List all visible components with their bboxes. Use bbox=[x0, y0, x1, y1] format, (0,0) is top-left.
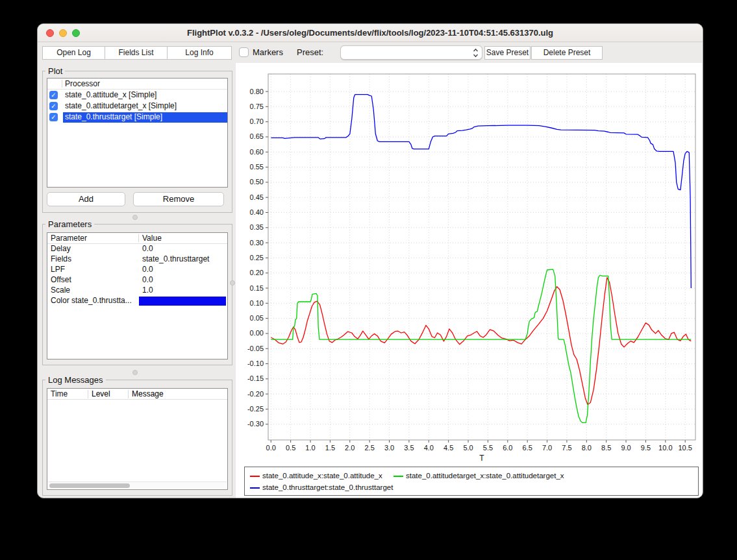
add-button[interactable]: Add bbox=[47, 192, 125, 206]
flightplot-window: FlightPlot v.0.3.2 - /Users/oleg/Documen… bbox=[37, 23, 703, 498]
svg-text:1.0: 1.0 bbox=[305, 444, 315, 452]
svg-text:0.15: 0.15 bbox=[250, 284, 264, 292]
svg-text:4.5: 4.5 bbox=[443, 444, 453, 452]
log-info-button[interactable]: Log Info bbox=[167, 46, 232, 60]
table-row[interactable]: Offset 0.0 bbox=[47, 275, 227, 286]
svg-text:6.5: 6.5 bbox=[523, 444, 532, 452]
maximize-window-button[interactable] bbox=[72, 29, 80, 37]
svg-text:0.20: 0.20 bbox=[250, 269, 264, 276]
combobox-stepper-icon bbox=[473, 48, 479, 60]
log-messages-table[interactable]: Time Level Message bbox=[47, 388, 228, 490]
svg-text:1.5: 1.5 bbox=[325, 444, 335, 452]
markers-checkbox[interactable] bbox=[239, 47, 249, 57]
legend-entry: state_0.thrusttarget:state_0.thrusttarge… bbox=[262, 483, 393, 491]
preset-combobox[interactable] bbox=[340, 45, 482, 60]
horizontal-scrollbar[interactable] bbox=[48, 481, 227, 489]
preset-label: Preset: bbox=[297, 47, 323, 57]
svg-text:0.10: 0.10 bbox=[250, 299, 264, 307]
svg-text:0.30: 0.30 bbox=[250, 239, 264, 247]
table-row[interactable]: Scale 1.0 bbox=[47, 286, 227, 296]
processor-list-header: Processor bbox=[47, 79, 227, 90]
svg-text:2.5: 2.5 bbox=[364, 444, 374, 452]
svg-text:0.35: 0.35 bbox=[250, 223, 264, 231]
param-name: Delay bbox=[51, 244, 71, 253]
color-swatch[interactable] bbox=[139, 297, 226, 306]
svg-text:T: T bbox=[479, 454, 484, 463]
svg-text:0.50: 0.50 bbox=[250, 178, 264, 186]
param-name: Fields bbox=[51, 254, 71, 263]
svg-text:0.60: 0.60 bbox=[250, 148, 264, 156]
delete-preset-button[interactable]: Delete Preset bbox=[531, 46, 603, 60]
list-item[interactable]: ✓ state_0.attitude_x [Simple] bbox=[47, 90, 227, 101]
param-name: Scale bbox=[51, 286, 70, 295]
window-title: FlightPlot v.0.3.2 - /Users/oleg/Documen… bbox=[90, 24, 651, 42]
svg-text:8.0: 8.0 bbox=[582, 444, 592, 452]
svg-text:10.0: 10.0 bbox=[658, 444, 672, 452]
level-column-header: Level bbox=[92, 389, 110, 398]
parameters-group: Parameters Parameter Value Delay 0.0 Fie… bbox=[42, 224, 232, 365]
svg-text:0.40: 0.40 bbox=[250, 208, 264, 216]
svg-text:5.0: 5.0 bbox=[463, 444, 473, 452]
table-row[interactable]: Delay 0.0 bbox=[47, 244, 227, 254]
open-log-button[interactable]: Open Log bbox=[42, 46, 105, 60]
svg-text:0.70: 0.70 bbox=[250, 117, 264, 125]
svg-text:0.25: 0.25 bbox=[250, 254, 264, 262]
svg-text:0.65: 0.65 bbox=[250, 132, 264, 140]
checked-checkbox-icon[interactable]: ✓ bbox=[49, 102, 58, 110]
log-table-header: Time Level Message bbox=[47, 389, 227, 400]
fields-list-button[interactable]: Fields List bbox=[105, 46, 168, 60]
message-column-header: Message bbox=[132, 389, 164, 398]
svg-text:-0.10: -0.10 bbox=[247, 359, 264, 367]
processor-list[interactable]: Processor ✓ state_0.attitude_x [Simple] … bbox=[47, 78, 228, 188]
svg-text:0.55: 0.55 bbox=[250, 163, 264, 171]
chart-legend: state_0.attitude_x:state_0.attitude_x st… bbox=[244, 467, 699, 496]
svg-text:8.5: 8.5 bbox=[601, 444, 611, 452]
legend-entry: state_0.attitudetarget_x:state_0.attitud… bbox=[406, 472, 564, 480]
svg-text:-0.20: -0.20 bbox=[247, 390, 264, 398]
svg-text:5.5: 5.5 bbox=[483, 444, 493, 452]
table-row-color[interactable]: Color state_0.thrustta... bbox=[47, 296, 227, 306]
svg-text:-0.30: -0.30 bbox=[247, 420, 264, 428]
svg-text:0.00: 0.00 bbox=[250, 329, 264, 337]
svg-text:0.45: 0.45 bbox=[250, 193, 264, 201]
scrollbar-thumb[interactable] bbox=[49, 483, 130, 488]
list-item[interactable]: ✓ state_0.attitudetarget_x [Simple] bbox=[47, 101, 227, 112]
table-row[interactable]: Fields state_0.thrusttarget bbox=[47, 254, 227, 265]
splitter-handle[interactable] bbox=[132, 370, 138, 375]
svg-text:4.0: 4.0 bbox=[424, 444, 434, 452]
param-value: 0.0 bbox=[142, 265, 153, 274]
param-value: 0.0 bbox=[142, 275, 153, 284]
svg-text:-0.25: -0.25 bbox=[247, 405, 264, 413]
param-value: state_0.thrusttarget bbox=[142, 254, 209, 263]
plot-group: Plot Processor ✓ state_0.attitude_x [Sim… bbox=[42, 71, 232, 213]
svg-text:10.5: 10.5 bbox=[678, 444, 692, 452]
parameter-column-header: Parameter bbox=[51, 234, 87, 243]
parameters-table[interactable]: Parameter Value Delay 0.0 Fields state_0… bbox=[47, 232, 228, 359]
close-window-button[interactable] bbox=[46, 29, 54, 37]
minimize-window-button[interactable] bbox=[59, 29, 67, 37]
checked-checkbox-icon[interactable]: ✓ bbox=[49, 113, 58, 121]
table-row[interactable]: LPF 0.0 bbox=[47, 265, 227, 275]
time-column-header: Time bbox=[51, 389, 68, 398]
checked-checkbox-icon[interactable]: ✓ bbox=[49, 91, 58, 99]
list-item-selected[interactable]: ✓ state_0.thrusttarget [Simple] bbox=[47, 112, 227, 123]
parameters-table-header: Parameter Value bbox=[47, 233, 227, 244]
splitter-handle[interactable] bbox=[230, 280, 235, 286]
remove-button[interactable]: Remove bbox=[133, 192, 224, 206]
svg-text:7.5: 7.5 bbox=[562, 444, 571, 452]
chart-svg[interactable]: -0.30-0.25-0.20-0.15-0.10-0.050.000.050.… bbox=[236, 63, 702, 463]
svg-text:7.0: 7.0 bbox=[542, 444, 552, 452]
parameters-group-title: Parameters bbox=[45, 219, 94, 229]
splitter-handle[interactable] bbox=[132, 215, 138, 220]
list-item-label: state_0.attitude_x [Simple] bbox=[63, 90, 227, 101]
markers-label: Markers bbox=[253, 47, 283, 57]
param-name: Offset bbox=[51, 275, 71, 284]
svg-text:9.5: 9.5 bbox=[641, 444, 651, 452]
value-column-header: Value bbox=[142, 234, 162, 243]
legend-entry: state_0.attitude_x:state_0.attitude_x bbox=[262, 472, 382, 480]
save-preset-button[interactable]: Save Preset bbox=[484, 46, 531, 60]
processor-column-header: Processor bbox=[65, 79, 100, 88]
param-name: Color state_0.thrustta... bbox=[51, 296, 132, 305]
svg-text:-0.15: -0.15 bbox=[247, 374, 264, 382]
svg-text:0.05: 0.05 bbox=[250, 314, 264, 322]
